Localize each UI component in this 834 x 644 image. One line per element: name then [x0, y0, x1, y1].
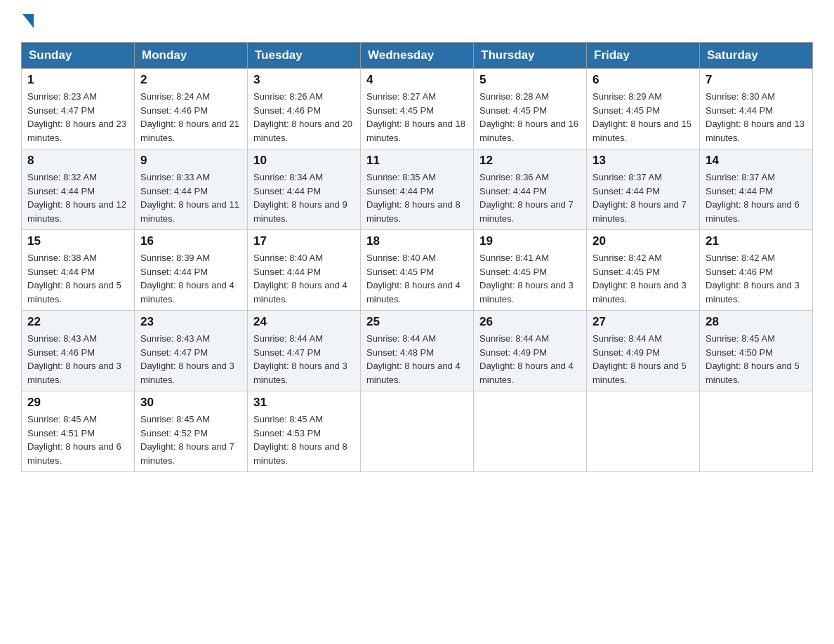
calendar-cell: 9 Sunrise: 8:33 AM Sunset: 4:44 PM Dayli… — [135, 149, 248, 230]
day-number: 7 — [706, 73, 807, 87]
col-header-wednesday: Wednesday — [361, 43, 474, 69]
day-info: Sunrise: 8:39 AM Sunset: 4:44 PM Dayligh… — [140, 251, 241, 306]
logo-triangle-icon — [22, 14, 34, 28]
day-number: 20 — [593, 234, 694, 248]
day-info: Sunrise: 8:43 AM Sunset: 4:46 PM Dayligh… — [27, 332, 128, 387]
day-info: Sunrise: 8:42 AM Sunset: 4:46 PM Dayligh… — [706, 251, 807, 306]
calendar-cell: 4 Sunrise: 8:27 AM Sunset: 4:45 PM Dayli… — [361, 69, 474, 149]
day-info: Sunrise: 8:35 AM Sunset: 4:44 PM Dayligh… — [366, 170, 468, 225]
day-info: Sunrise: 8:42 AM Sunset: 4:45 PM Dayligh… — [593, 251, 694, 306]
page-header — [21, 14, 813, 28]
day-number: 26 — [479, 315, 581, 329]
day-info: Sunrise: 8:41 AM Sunset: 4:45 PM Dayligh… — [479, 251, 581, 306]
calendar-cell: 18 Sunrise: 8:40 AM Sunset: 4:45 PM Dayl… — [361, 230, 474, 311]
day-number: 1 — [27, 73, 128, 87]
day-info: Sunrise: 8:28 AM Sunset: 4:45 PM Dayligh… — [479, 90, 581, 145]
day-number: 21 — [706, 234, 807, 248]
calendar-cell: 29 Sunrise: 8:45 AM Sunset: 4:51 PM Dayl… — [22, 391, 135, 472]
day-number: 11 — [366, 154, 468, 168]
calendar-cell: 21 Sunrise: 8:42 AM Sunset: 4:46 PM Dayl… — [700, 230, 813, 311]
col-header-monday: Monday — [135, 43, 248, 69]
day-info: Sunrise: 8:32 AM Sunset: 4:44 PM Dayligh… — [27, 170, 128, 225]
day-info: Sunrise: 8:43 AM Sunset: 4:47 PM Dayligh… — [140, 332, 241, 387]
calendar-cell: 19 Sunrise: 8:41 AM Sunset: 4:45 PM Dayl… — [474, 230, 587, 311]
calendar-cell: 30 Sunrise: 8:45 AM Sunset: 4:52 PM Dayl… — [135, 391, 248, 472]
svg-marker-0 — [22, 14, 34, 28]
calendar-cell — [587, 391, 700, 472]
col-header-sunday: Sunday — [22, 43, 135, 69]
day-info: Sunrise: 8:45 AM Sunset: 4:50 PM Dayligh… — [706, 332, 807, 387]
day-info: Sunrise: 8:44 AM Sunset: 4:47 PM Dayligh… — [253, 332, 355, 387]
calendar-cell: 31 Sunrise: 8:45 AM Sunset: 4:53 PM Dayl… — [248, 391, 361, 472]
day-info: Sunrise: 8:44 AM Sunset: 4:49 PM Dayligh… — [479, 332, 581, 387]
day-number: 13 — [593, 154, 694, 168]
calendar-header-row: SundayMondayTuesdayWednesdayThursdayFrid… — [22, 43, 813, 69]
day-info: Sunrise: 8:44 AM Sunset: 4:49 PM Dayligh… — [593, 332, 694, 387]
calendar-cell: 17 Sunrise: 8:40 AM Sunset: 4:44 PM Dayl… — [248, 230, 361, 311]
day-number: 12 — [479, 154, 581, 168]
day-info: Sunrise: 8:30 AM Sunset: 4:44 PM Dayligh… — [706, 90, 807, 145]
day-number: 23 — [140, 315, 241, 329]
calendar-cell: 2 Sunrise: 8:24 AM Sunset: 4:46 PM Dayli… — [135, 69, 248, 149]
day-number: 19 — [479, 234, 581, 248]
day-info: Sunrise: 8:44 AM Sunset: 4:48 PM Dayligh… — [366, 332, 468, 387]
day-number: 30 — [140, 396, 241, 410]
day-info: Sunrise: 8:27 AM Sunset: 4:45 PM Dayligh… — [366, 90, 468, 145]
day-info: Sunrise: 8:26 AM Sunset: 4:46 PM Dayligh… — [253, 90, 355, 145]
day-number: 24 — [253, 315, 355, 329]
calendar-cell: 20 Sunrise: 8:42 AM Sunset: 4:45 PM Dayl… — [587, 230, 700, 311]
day-number: 16 — [140, 234, 241, 248]
calendar-cell: 12 Sunrise: 8:36 AM Sunset: 4:44 PM Dayl… — [474, 149, 587, 230]
day-info: Sunrise: 8:33 AM Sunset: 4:44 PM Dayligh… — [140, 170, 241, 225]
calendar-table: SundayMondayTuesdayWednesdayThursdayFrid… — [21, 42, 813, 472]
col-header-thursday: Thursday — [474, 43, 587, 69]
day-number: 4 — [366, 73, 468, 87]
calendar-week-row: 29 Sunrise: 8:45 AM Sunset: 4:51 PM Dayl… — [22, 391, 813, 472]
day-number: 6 — [593, 73, 694, 87]
day-number: 31 — [253, 396, 355, 410]
col-header-saturday: Saturday — [700, 43, 813, 69]
calendar-cell — [474, 391, 587, 472]
day-info: Sunrise: 8:38 AM Sunset: 4:44 PM Dayligh… — [27, 251, 128, 306]
calendar-cell: 1 Sunrise: 8:23 AM Sunset: 4:47 PM Dayli… — [22, 69, 135, 149]
calendar-cell: 23 Sunrise: 8:43 AM Sunset: 4:47 PM Dayl… — [135, 311, 248, 391]
calendar-week-row: 22 Sunrise: 8:43 AM Sunset: 4:46 PM Dayl… — [22, 311, 813, 391]
day-number: 2 — [140, 73, 241, 87]
day-number: 3 — [253, 73, 355, 87]
day-number: 29 — [27, 396, 128, 410]
day-number: 9 — [140, 154, 241, 168]
day-number: 5 — [479, 73, 581, 87]
day-info: Sunrise: 8:37 AM Sunset: 4:44 PM Dayligh… — [706, 170, 807, 225]
calendar-cell: 10 Sunrise: 8:34 AM Sunset: 4:44 PM Dayl… — [248, 149, 361, 230]
logo — [21, 14, 34, 28]
calendar-cell: 26 Sunrise: 8:44 AM Sunset: 4:49 PM Dayl… — [474, 311, 587, 391]
calendar-cell: 16 Sunrise: 8:39 AM Sunset: 4:44 PM Dayl… — [135, 230, 248, 311]
calendar-cell: 5 Sunrise: 8:28 AM Sunset: 4:45 PM Dayli… — [474, 69, 587, 149]
calendar-cell: 28 Sunrise: 8:45 AM Sunset: 4:50 PM Dayl… — [700, 311, 813, 391]
calendar-cell: 3 Sunrise: 8:26 AM Sunset: 4:46 PM Dayli… — [248, 69, 361, 149]
calendar-cell: 7 Sunrise: 8:30 AM Sunset: 4:44 PM Dayli… — [700, 69, 813, 149]
day-number: 25 — [366, 315, 468, 329]
calendar-cell: 27 Sunrise: 8:44 AM Sunset: 4:49 PM Dayl… — [587, 311, 700, 391]
day-number: 28 — [706, 315, 807, 329]
calendar-cell: 6 Sunrise: 8:29 AM Sunset: 4:45 PM Dayli… — [587, 69, 700, 149]
day-info: Sunrise: 8:34 AM Sunset: 4:44 PM Dayligh… — [253, 170, 355, 225]
calendar-cell: 22 Sunrise: 8:43 AM Sunset: 4:46 PM Dayl… — [22, 311, 135, 391]
day-number: 10 — [253, 154, 355, 168]
calendar-week-row: 8 Sunrise: 8:32 AM Sunset: 4:44 PM Dayli… — [22, 149, 813, 230]
day-info: Sunrise: 8:40 AM Sunset: 4:44 PM Dayligh… — [253, 251, 355, 306]
calendar-cell — [700, 391, 813, 472]
calendar-cell: 14 Sunrise: 8:37 AM Sunset: 4:44 PM Dayl… — [700, 149, 813, 230]
calendar-cell — [361, 391, 474, 472]
calendar-cell: 8 Sunrise: 8:32 AM Sunset: 4:44 PM Dayli… — [22, 149, 135, 230]
calendar-cell: 24 Sunrise: 8:44 AM Sunset: 4:47 PM Dayl… — [248, 311, 361, 391]
day-info: Sunrise: 8:36 AM Sunset: 4:44 PM Dayligh… — [479, 170, 581, 225]
day-number: 8 — [27, 154, 128, 168]
calendar-cell: 25 Sunrise: 8:44 AM Sunset: 4:48 PM Dayl… — [361, 311, 474, 391]
day-info: Sunrise: 8:45 AM Sunset: 4:52 PM Dayligh… — [140, 412, 241, 467]
calendar-cell: 15 Sunrise: 8:38 AM Sunset: 4:44 PM Dayl… — [22, 230, 135, 311]
day-number: 15 — [27, 234, 128, 248]
day-info: Sunrise: 8:23 AM Sunset: 4:47 PM Dayligh… — [27, 90, 128, 145]
day-number: 27 — [593, 315, 694, 329]
day-info: Sunrise: 8:29 AM Sunset: 4:45 PM Dayligh… — [593, 90, 694, 145]
